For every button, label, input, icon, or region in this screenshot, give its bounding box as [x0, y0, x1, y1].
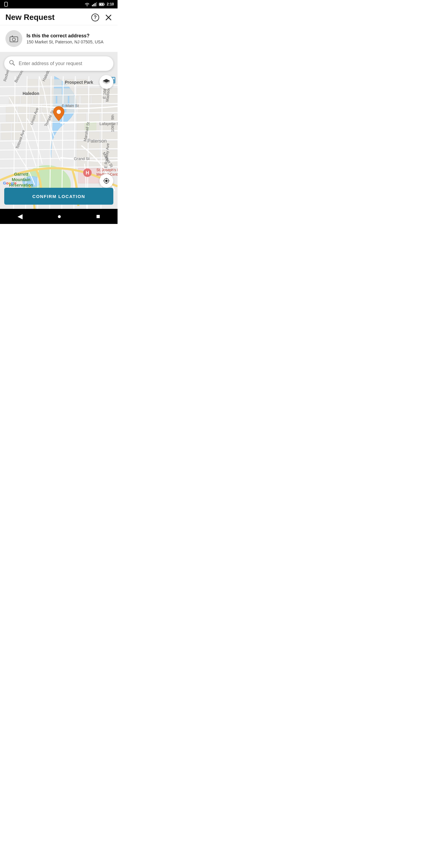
svg-point-137	[57, 110, 61, 114]
svg-rect-7	[104, 4, 104, 5]
header-actions: ?	[91, 13, 112, 22]
clock: 2:10	[107, 2, 114, 6]
svg-point-16	[12, 38, 16, 41]
svg-rect-5	[96, 2, 97, 6]
signal-icon	[92, 2, 97, 6]
svg-marker-134	[103, 79, 110, 83]
svg-rect-35	[33, 96, 44, 103]
svg-text:Paterson: Paterson	[87, 138, 107, 144]
svg-rect-38	[69, 96, 79, 103]
svg-rect-59	[1, 123, 10, 130]
my-location-icon	[103, 177, 110, 184]
svg-text:Lafayette St: Lafayette St	[99, 121, 118, 126]
svg-rect-39	[82, 96, 90, 103]
svg-rect-0	[4, 2, 7, 6]
svg-text:10th: 10th	[110, 124, 115, 132]
my-location-button[interactable]	[99, 174, 113, 188]
nav-back-button[interactable]: ◀	[10, 210, 30, 223]
svg-rect-56	[77, 114, 86, 121]
svg-rect-62	[1, 132, 10, 140]
svg-text:?: ?	[94, 15, 97, 20]
svg-rect-2	[92, 5, 93, 6]
svg-rect-36	[45, 96, 56, 103]
map-pin	[52, 106, 65, 123]
battery-icon	[99, 2, 105, 6]
help-button[interactable]: ?	[91, 13, 99, 22]
confirm-location-wrap: CONFIRM LOCATION	[4, 188, 113, 205]
camera-icon-wrap	[5, 30, 22, 47]
address-text-wrap: Is this the correct address? 150 Market …	[27, 33, 103, 44]
svg-rect-58	[101, 114, 118, 121]
nav-home-button[interactable]: ●	[50, 210, 68, 223]
help-icon: ?	[91, 13, 99, 22]
nav-recents-button[interactable]: ■	[89, 210, 107, 223]
close-icon	[105, 14, 112, 21]
svg-rect-34	[21, 96, 32, 103]
search-bar-wrap	[4, 56, 113, 71]
svg-rect-37	[57, 96, 68, 103]
svg-text:Garrett: Garrett	[14, 172, 28, 177]
svg-point-138	[105, 180, 107, 182]
svg-rect-70	[77, 141, 87, 149]
svg-text:Prospect Park: Prospect Park	[65, 80, 93, 85]
google-logo: Google	[3, 181, 17, 185]
svg-text:9th: 9th	[110, 115, 115, 120]
layer-toggle-button[interactable]	[99, 75, 113, 89]
layers-icon	[102, 79, 110, 85]
map-svg: Belmont Ave Haledon Ave E Main St Temple…	[0, 52, 118, 209]
svg-rect-21	[27, 79, 38, 87]
svg-rect-129	[113, 78, 115, 79]
svg-text:St. Joseph's R: St. Joseph's R	[96, 168, 118, 172]
address-value: 150 Market St, Paterson, NJ 07505, USA	[27, 39, 103, 44]
svg-rect-3	[93, 4, 94, 6]
address-confirmation-bar: Is this the correct address? 150 Market …	[0, 25, 118, 52]
page-title: New Request	[5, 13, 55, 22]
confirm-location-button[interactable]: CONFIRM LOCATION	[4, 188, 113, 205]
wifi-icon	[84, 2, 90, 6]
nav-bar: ◀ ● ■	[0, 209, 118, 224]
location-pin-svg	[52, 106, 65, 121]
svg-text:H: H	[86, 170, 89, 176]
svg-point-1	[87, 5, 87, 6]
svg-rect-57	[89, 114, 99, 121]
map-container[interactable]: Belmont Ave Haledon Ave E Main St Temple…	[0, 52, 118, 209]
status-bar: 2:10	[0, 0, 118, 8]
svg-text:Grand St: Grand St	[74, 156, 90, 161]
svg-rect-65	[89, 123, 99, 130]
svg-text:Haledon: Haledon	[23, 91, 39, 96]
address-question: Is this the correct address?	[27, 33, 103, 38]
svg-rect-4	[95, 3, 96, 6]
page-header: New Request ?	[0, 8, 118, 25]
phone-icon	[4, 2, 8, 7]
close-button[interactable]	[105, 14, 112, 21]
status-bar-right: 2:10	[84, 2, 114, 6]
svg-rect-60	[12, 123, 21, 130]
status-bar-left	[4, 2, 8, 7]
search-input[interactable]	[4, 56, 113, 71]
camera-icon	[9, 35, 19, 42]
